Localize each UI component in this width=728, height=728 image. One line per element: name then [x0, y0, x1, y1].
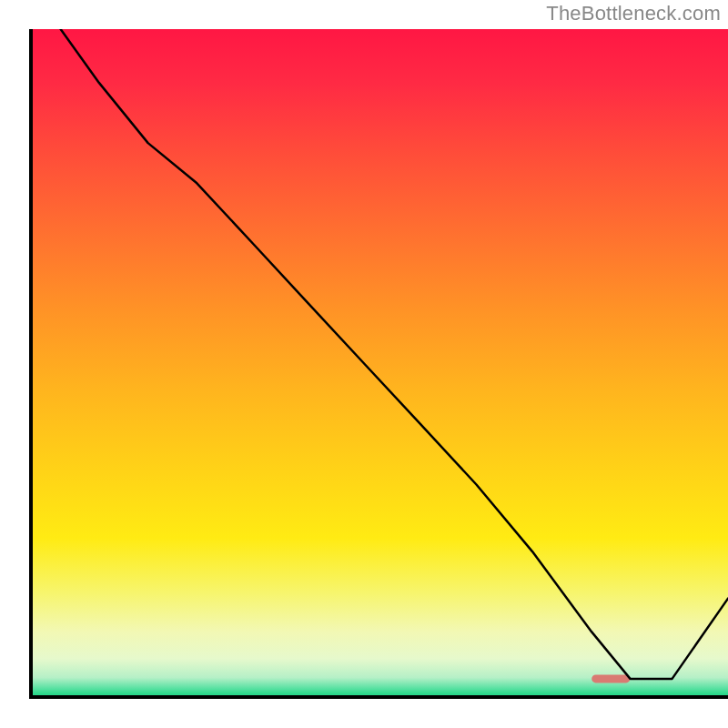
chart-stage: TheBottleneck.com	[0, 0, 728, 728]
gradient-background	[29, 29, 728, 699]
optimal-range-marker	[592, 674, 630, 682]
watermark-text: TheBottleneck.com	[546, 2, 721, 25]
bottleneck-chart	[0, 0, 728, 728]
